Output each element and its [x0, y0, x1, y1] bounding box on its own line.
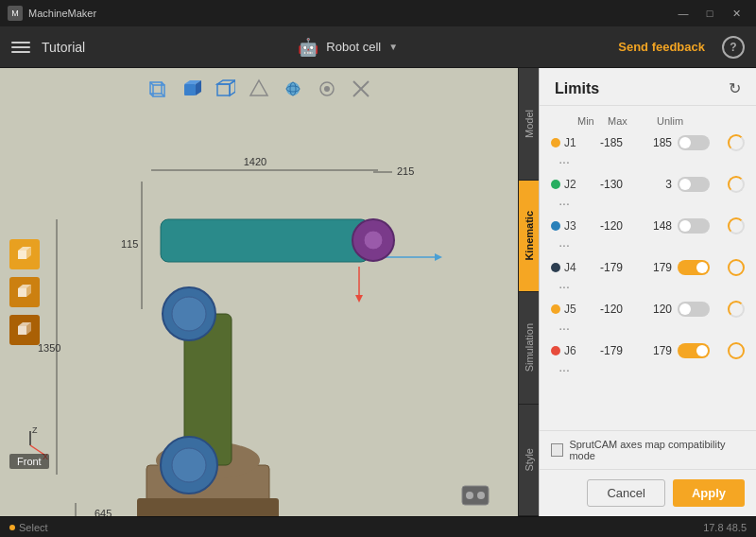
svg-marker-11 [230, 80, 235, 95]
joint-j5-toggle[interactable] [678, 302, 710, 317]
close-button[interactable]: ✕ [724, 0, 748, 26]
limits-header: Min Max Unlim [551, 113, 745, 130]
cross-icon[interactable] [348, 76, 374, 102]
joint-j3-menu[interactable]: ··· [551, 237, 577, 252]
tab-model[interactable]: Model [519, 68, 539, 181]
svg-rect-9 [217, 84, 230, 95]
svg-rect-6 [184, 84, 196, 95]
view-icon-1[interactable] [9, 239, 40, 269]
svg-text:115: 115 [121, 238, 138, 250]
apply-button[interactable]: Apply [673, 479, 745, 507]
joint-j6-dot [551, 346, 560, 355]
menu-button[interactable] [11, 42, 30, 53]
tab-style[interactable]: Style [519, 405, 539, 517]
select-indicator: Select [9, 522, 48, 533]
side-tabs: Model Kinematic Simulation Style [518, 68, 539, 516]
header-min: Min [577, 115, 606, 127]
joint-j6-menu[interactable]: ··· [551, 362, 577, 377]
refresh-button[interactable]: ↻ [729, 79, 741, 97]
svg-rect-40 [161, 219, 369, 262]
joint-j1-arc [727, 133, 746, 152]
topbar-title: Tutorial [42, 40, 85, 55]
header-max: Max [608, 115, 655, 127]
limits-table: Min Max Unlim J1 -185 185 ··· [540, 106, 756, 430]
minimize-button[interactable]: — [671, 0, 696, 26]
joint-j4-arc [727, 258, 746, 277]
joint-j2-arc [727, 175, 746, 194]
joint-j3-min: -120 [579, 219, 627, 233]
svg-text:Z: Z [32, 426, 38, 435]
help-button[interactable]: ? [722, 36, 745, 59]
sprutcam-label: SprutCAM axes map compatibility mode [569, 439, 745, 461]
joint-j3-dot [551, 221, 560, 231]
tab-kinematic[interactable]: Kinematic [519, 181, 539, 293]
svg-rect-37 [137, 498, 279, 516]
cube-solid-icon[interactable] [178, 76, 204, 102]
sprutcam-row: SprutCAM axes map compatibility mode [540, 430, 756, 469]
table-row: J1 -185 185 ··· [551, 130, 745, 172]
panel-footer: Cancel Apply [540, 469, 756, 516]
joint-j5-label: J5 [551, 303, 577, 316]
joint-j5-arc [727, 300, 746, 319]
sphere-icon[interactable] [280, 76, 306, 102]
joint-j6-max: 179 [628, 344, 676, 357]
svg-marker-35 [355, 295, 363, 303]
viewport[interactable]: 1420 215 115 1350 645 330 [0, 68, 518, 516]
joint-j5-max: 120 [628, 303, 676, 316]
joint-j3-toggle[interactable] [678, 218, 710, 234]
select-label: Select [19, 522, 48, 533]
joint-j3-max: 148 [628, 219, 676, 233]
robot-svg: 1420 215 115 1350 645 330 [0, 106, 472, 516]
joint-j6-label: J6 [551, 344, 577, 357]
svg-rect-47 [18, 251, 26, 259]
left-icons [9, 239, 40, 345]
window-controls: — □ ✕ [671, 0, 748, 26]
view-icon-3[interactable] [9, 315, 40, 345]
cube-wire-icon[interactable] [144, 76, 170, 102]
robot-dropdown[interactable]: ▼ [388, 42, 398, 52]
joint-j4-toggle[interactable] [678, 260, 710, 275]
joint-j6-min: -179 [579, 344, 627, 357]
joint-j1-menu[interactable]: ··· [551, 154, 577, 169]
topbar: Tutorial 🤖 Robot cell ▼ Send feedback ? [0, 26, 756, 68]
svg-point-46 [364, 231, 383, 250]
target-icon[interactable] [314, 76, 340, 102]
joint-j6-arc [727, 341, 746, 360]
joint-j1-label: J1 [551, 136, 577, 149]
cube-flat-icon[interactable] [212, 76, 238, 102]
svg-point-61 [466, 492, 473, 499]
svg-marker-12 [250, 80, 267, 95]
app-name: MachineMaker [28, 8, 96, 19]
joint-j3-arc [727, 217, 746, 235]
joint-j2-min: -130 [579, 178, 627, 191]
panel-header: Limits ↻ [540, 68, 756, 106]
shape-icon[interactable] [246, 76, 272, 102]
svg-rect-53 [18, 326, 26, 335]
svg-point-44 [172, 448, 206, 482]
main-area: 1420 215 115 1350 645 330 [0, 68, 756, 516]
joint-j1-toggle[interactable] [678, 135, 710, 150]
view-icon-2[interactable] [9, 277, 40, 307]
topbar-right: Send feedback ? [610, 36, 745, 59]
joint-j1-max: 185 [628, 136, 676, 149]
panel-title: Limits [555, 80, 599, 97]
joint-j6-toggle[interactable] [678, 343, 710, 358]
tab-simulation[interactable]: Simulation [519, 292, 539, 405]
send-feedback-button[interactable]: Send feedback [610, 36, 713, 58]
joint-j4-menu[interactable]: ··· [551, 279, 577, 294]
joint-j5-menu[interactable]: ··· [551, 320, 577, 336]
table-row: J5 -120 120 ··· [551, 297, 745, 338]
svg-point-13 [286, 82, 300, 95]
maximize-button[interactable]: □ [697, 0, 722, 26]
svg-text:1420: 1420 [244, 156, 266, 167]
topbar-center: 🤖 Robot cell ▼ [298, 37, 398, 58]
topbar-left: Tutorial [11, 40, 85, 55]
coordinates: 17.8 48.5 [703, 522, 747, 533]
joint-j2-label: J2 [551, 178, 577, 191]
cancel-button[interactable]: Cancel [587, 479, 664, 507]
joint-j2-menu[interactable]: ··· [551, 196, 577, 211]
joint-j3-label: J3 [551, 219, 577, 233]
joint-j2-toggle[interactable] [678, 177, 710, 192]
joint-j2-max: 3 [628, 178, 676, 191]
sprutcam-checkbox[interactable] [551, 443, 563, 457]
